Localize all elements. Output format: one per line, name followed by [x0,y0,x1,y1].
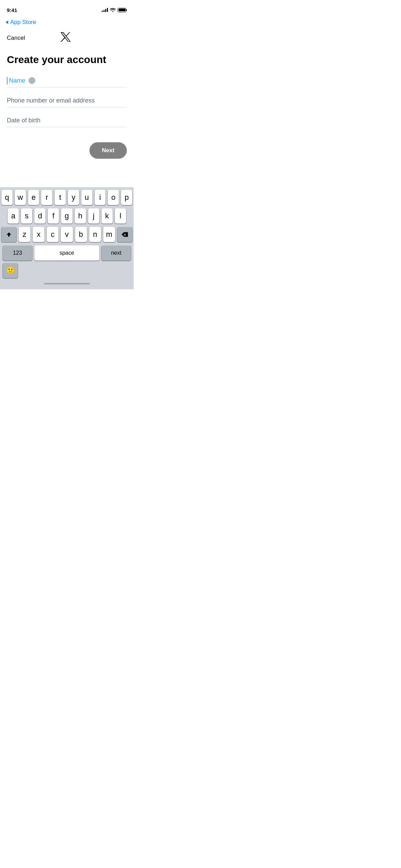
delete-key[interactable] [117,227,132,242]
key-e[interactable]: e [28,190,39,205]
mid-letter-keys: z x c v b n m [19,227,115,242]
keyboard-emoji-row: 🙂 [1,262,132,278]
status-time: 9:41 [7,7,17,13]
keyboard: q w e r t y u i o p a s d f g h j k l z … [0,187,134,289]
battery-icon [118,8,127,12]
back-arrow-icon [5,21,8,24]
name-field: Name [7,77,127,87]
key-t[interactable]: t [54,190,66,205]
key-u[interactable]: u [81,190,93,205]
nav-bar: Cancel [0,29,134,47]
keyboard-bottom-row: 123 space next [1,245,132,262]
key-x[interactable]: x [33,227,45,242]
next-button-container: Next [0,137,134,163]
key-g[interactable]: g [61,208,72,224]
dob-field [7,117,127,127]
status-icons [102,8,127,12]
key-n[interactable]: n [89,227,101,242]
key-s[interactable]: s [21,208,32,224]
wifi-icon [110,8,116,12]
key-y[interactable]: y [68,190,79,205]
numbers-key[interactable]: 123 [3,245,32,261]
app-store-nav: App Store [0,17,134,29]
home-indicator [1,278,132,289]
key-w[interactable]: w [15,190,26,205]
key-b[interactable]: b [75,227,87,242]
name-input[interactable] [25,77,26,84]
phone-email-input[interactable] [7,97,127,104]
keyboard-next-key[interactable]: next [101,245,131,261]
key-h[interactable]: h [75,208,86,224]
name-info-dot[interactable] [28,77,35,84]
space-key[interactable]: space [34,245,99,261]
shift-key[interactable] [1,227,16,242]
key-a[interactable]: a [8,208,19,224]
main-content: Create your account Name [0,47,134,127]
signal-icon [102,8,108,12]
key-v[interactable]: v [61,227,73,242]
next-button[interactable]: Next [89,142,127,159]
key-i[interactable]: i [95,190,106,205]
key-j[interactable]: j [88,208,99,224]
dob-input[interactable] [7,117,127,124]
key-m[interactable]: m [103,227,115,242]
emoji-key[interactable]: 🙂 [3,263,18,278]
keyboard-row-2: a s d f g h j k l [1,208,132,224]
key-q[interactable]: q [1,190,13,205]
key-l[interactable]: l [115,208,126,224]
key-p[interactable]: p [121,190,132,205]
phone-email-field [7,97,127,107]
key-f[interactable]: f [48,208,59,224]
key-k[interactable]: k [101,208,113,224]
keyboard-row-1: q w e r t y u i o p [1,190,132,205]
key-z[interactable]: z [19,227,31,242]
back-button[interactable]: App Store [5,19,36,26]
app-store-label: App Store [10,19,36,26]
home-bar [44,283,90,285]
cancel-button[interactable]: Cancel [7,35,25,41]
x-logo [60,32,71,44]
status-bar: 9:41 [0,0,134,17]
page-title: Create your account [7,53,127,66]
key-r[interactable]: r [41,190,52,205]
key-d[interactable]: d [34,208,46,224]
keyboard-row-3: z x c v b n m [1,227,132,242]
name-placeholder: Name [9,77,25,84]
key-c[interactable]: c [47,227,59,242]
text-cursor [7,77,8,84]
key-o[interactable]: o [108,190,119,205]
